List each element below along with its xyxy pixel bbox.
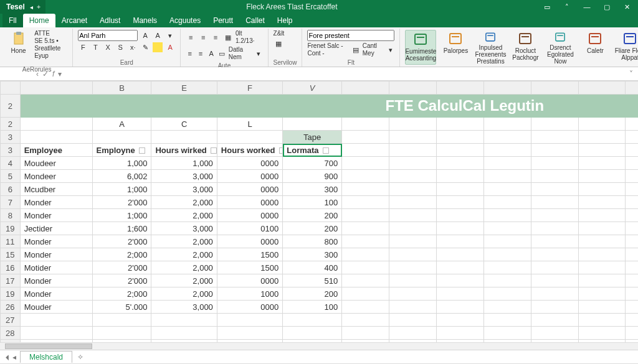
cell[interactable]: A [92, 118, 151, 131]
cell[interactable] [626, 170, 638, 183]
cell[interactable] [342, 261, 389, 274]
cell[interactable] [483, 301, 531, 314]
cell[interactable] [389, 196, 437, 209]
underline-button[interactable]: S [115, 42, 125, 52]
row-header[interactable]: 17 [1, 274, 21, 287]
cell[interactable] [626, 157, 638, 170]
font-color-icon[interactable]: A [165, 42, 175, 52]
cell[interactable] [92, 314, 151, 327]
cell[interactable]: 3,000 [151, 183, 217, 196]
cell[interactable]: 200 [283, 287, 342, 301]
col-header-e[interactable]: E [151, 82, 217, 95]
table-row[interactable]: 15Monder2;0002,0001500300 [1, 248, 639, 261]
chevron-left-icon[interactable]: ◂ [30, 4, 33, 11]
chevron-up-icon[interactable]: ˄ [558, 1, 576, 12]
tab-manels[interactable]: Manels [126, 14, 163, 27]
cell[interactable] [20, 118, 92, 131]
select-all-corner[interactable] [1, 82, 21, 95]
cell[interactable] [483, 209, 531, 222]
cell-employee[interactable]: Monder [20, 274, 92, 287]
col-header-f[interactable]: F [217, 82, 282, 95]
cell[interactable] [389, 131, 437, 144]
cell[interactable] [436, 327, 483, 340]
cell[interactable] [578, 118, 626, 131]
cell[interactable] [389, 248, 437, 261]
ribbon-big-dsrenct-egolrated-now[interactable]: Dsrenct Egolrated Now [545, 30, 576, 65]
cell[interactable]: 0100 [217, 222, 282, 235]
table-row[interactable]: 17Monder2'0002,0000000510 [1, 274, 639, 287]
ribbon-options-icon[interactable]: ▭ [538, 1, 556, 12]
sub-button[interactable]: x· [128, 42, 138, 52]
align-center-icon[interactable]: ≡ [196, 49, 204, 58]
row-header[interactable]: 11 [1, 235, 21, 248]
sheet-nav-first-icon[interactable]: ⏴ [4, 353, 11, 362]
table-header[interactable]: Hours worked [217, 144, 282, 157]
file-tab[interactable]: Fll [2, 14, 23, 27]
row-header[interactable]: 6 [1, 183, 21, 196]
cell[interactable]: 0000 [217, 170, 282, 183]
minimize-icon[interactable]: — [578, 1, 596, 12]
pen-yellow-icon[interactable]: ✎ [140, 42, 150, 52]
cell[interactable] [531, 118, 578, 131]
cell[interactable] [626, 118, 638, 131]
frenset-label[interactable]: Frenet Salc - Cont - [307, 42, 350, 57]
cell[interactable] [436, 170, 483, 183]
cell[interactable] [483, 314, 531, 327]
cell[interactable]: 1500 [217, 248, 282, 261]
cell[interactable] [436, 131, 483, 144]
sheet-tab[interactable]: Melshcald [20, 351, 72, 363]
cell[interactable] [578, 131, 626, 144]
table-row[interactable]: 8Monder1;0002,0000000200 [1, 209, 639, 222]
strike-button[interactable]: X [103, 42, 113, 52]
cell[interactable] [531, 248, 578, 261]
cantl-label[interactable]: Cantl Mey [363, 42, 384, 57]
cell[interactable] [626, 301, 638, 314]
cell[interactable] [342, 314, 389, 327]
cell[interactable] [483, 196, 531, 209]
row-header[interactable]: 28 [1, 327, 21, 340]
cell[interactable] [389, 209, 437, 222]
cell-employee[interactable]: Mcudber [20, 183, 92, 196]
row-header[interactable]: 15 [1, 248, 21, 261]
cell[interactable] [626, 209, 638, 222]
cell[interactable] [151, 314, 217, 327]
cell[interactable] [342, 131, 389, 144]
cell[interactable] [626, 327, 638, 340]
cell-employee[interactable]: Monder [20, 248, 92, 261]
cell[interactable] [342, 118, 389, 131]
merge-icon[interactable]: ▭ [218, 49, 226, 58]
row-header[interactable]: 19 [1, 222, 21, 235]
cell[interactable] [531, 301, 578, 314]
cell[interactable] [626, 196, 638, 209]
cell[interactable] [342, 209, 389, 222]
cell[interactable] [283, 327, 342, 340]
cell[interactable] [531, 196, 578, 209]
cell[interactable] [626, 183, 638, 196]
cell[interactable]: 2'000 [92, 274, 151, 287]
cell[interactable]: 800 [283, 235, 342, 248]
cell[interactable] [342, 274, 389, 287]
row-header[interactable]: 27 [1, 314, 21, 327]
cell[interactable] [436, 301, 483, 314]
cell[interactable]: 2;000 [92, 287, 151, 301]
cell[interactable]: 2,000 [151, 274, 217, 287]
cell[interactable]: 1;000 [92, 209, 151, 222]
cell-employee[interactable]: Monder [20, 209, 92, 222]
tab-home[interactable]: Home [23, 14, 55, 27]
cell[interactable] [436, 261, 483, 274]
sheet-add-icon[interactable]: ✧ [72, 353, 88, 362]
table-row[interactable]: 11Monder2'0002,0000000800 [1, 235, 639, 248]
cell[interactable]: 0000 [217, 235, 282, 248]
ribbon-big-rocluct-packhogr[interactable]: Rocluct Packhogr [510, 30, 541, 65]
cell[interactable] [436, 248, 483, 261]
cell[interactable] [483, 248, 531, 261]
cell[interactable]: 0000 [217, 183, 282, 196]
row-header[interactable]: 2 [1, 118, 21, 131]
border-icon[interactable]: ▦ [223, 32, 233, 42]
cell[interactable] [436, 118, 483, 131]
font-name-input[interactable] [78, 30, 138, 41]
close-icon[interactable]: ✕ [618, 1, 636, 12]
cell[interactable] [436, 209, 483, 222]
cell[interactable] [20, 314, 92, 327]
cell[interactable]: 700 [283, 157, 342, 170]
